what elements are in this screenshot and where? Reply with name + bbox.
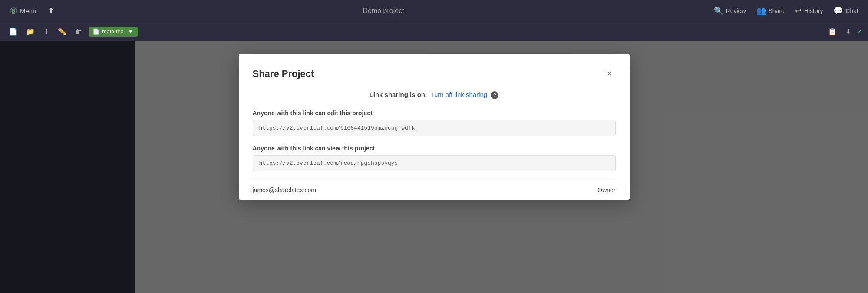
chat-icon: 💬 — [833, 6, 843, 16]
turn-off-link-sharing-link[interactable]: Turn off link sharing — [430, 91, 487, 98]
main-file-item[interactable]: 📄 main.tex ▼ — [89, 27, 138, 37]
collaborator-role: Owner — [597, 186, 615, 193]
review-button[interactable]: 🔍 Review — [710, 3, 750, 18]
collaborator-row: james@sharelatex.com Owner — [253, 180, 616, 200]
save-status-icon: ✓ — [856, 27, 863, 37]
chat-button[interactable]: 💬 Chat — [829, 3, 863, 18]
history-button[interactable]: ↩ History — [791, 3, 828, 18]
chat-label: Chat — [845, 7, 858, 14]
history-icon: ↩ — [795, 6, 802, 16]
share-icon: 👥 — [756, 6, 766, 16]
share-project-modal: Share Project × Link sharing is on. Turn… — [239, 54, 630, 200]
project-title: Demo project — [58, 7, 710, 15]
overleaf-logo-icon: ⑥ — [10, 6, 17, 16]
share-label: Share — [769, 7, 785, 14]
menu-label: Menu — [20, 7, 36, 15]
file-icon: 📄 — [92, 28, 99, 35]
modal-title: Share Project — [253, 68, 314, 80]
new-folder-icon[interactable]: 📁 — [23, 25, 38, 38]
link-status-section: Link sharing is on. Turn off link sharin… — [253, 91, 616, 99]
modal-overlay: Share Project × Link sharing is on. Turn… — [0, 41, 868, 293]
menu-button[interactable]: ⑥ Menu — [5, 3, 41, 19]
share-button[interactable]: 👥 Share — [752, 3, 789, 18]
back-icon[interactable]: ⬆ — [44, 3, 58, 18]
document-icon[interactable]: 📋 — [825, 25, 840, 38]
link-status-text: Link sharing is on. — [370, 91, 427, 98]
history-label: History — [804, 7, 823, 14]
upload-icon[interactable]: ⬆ — [40, 25, 53, 38]
file-name: main.tex — [102, 28, 123, 35]
download-icon[interactable]: ⬇ — [842, 25, 855, 38]
help-icon[interactable]: ? — [491, 91, 498, 99]
edit-link-label: Anyone with this link can edit this proj… — [253, 110, 616, 117]
new-file-icon[interactable]: 📄 — [5, 25, 21, 38]
edit-icon[interactable]: ✏️ — [54, 25, 70, 38]
edit-link-section: Anyone with this link can edit this proj… — [253, 110, 616, 136]
delete-icon[interactable]: 🗑 — [72, 25, 86, 38]
chevron-down-icon: ▼ — [128, 28, 133, 35]
view-link-input[interactable] — [253, 155, 616, 171]
view-link-label: Anyone with this link can view this proj… — [253, 145, 616, 152]
review-icon: 🔍 — [714, 6, 723, 16]
close-button[interactable]: × — [604, 67, 616, 80]
collaborator-email: james@sharelatex.com — [253, 186, 598, 193]
review-label: Review — [726, 7, 746, 14]
view-link-section: Anyone with this link can view this proj… — [253, 145, 616, 171]
edit-link-input[interactable] — [253, 120, 616, 136]
